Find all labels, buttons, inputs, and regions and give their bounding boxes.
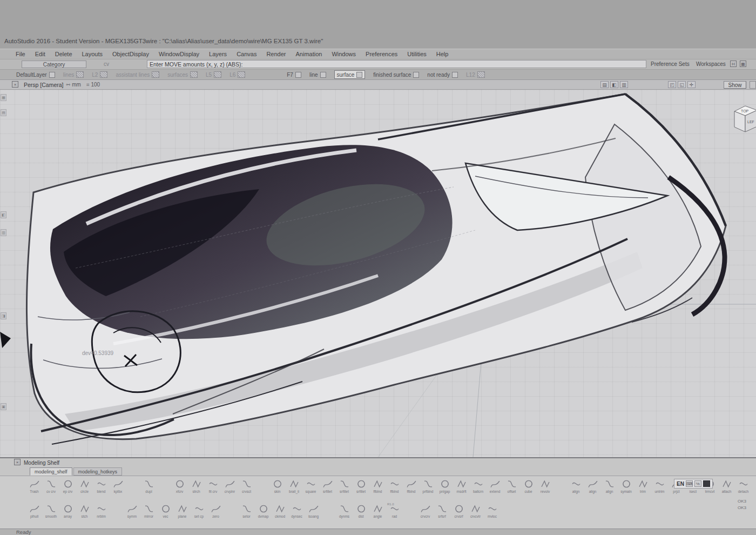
menu-utilities[interactable]: Utilities — [402, 51, 431, 57]
shelf-tool-ffblnd[interactable]: ffblnd — [386, 478, 403, 493]
layer-not-ready[interactable]: not ready — [427, 72, 458, 78]
menu-file[interactable]: File — [11, 51, 30, 57]
left-palette-icon[interactable]: ▤ — [1, 109, 6, 116]
shelf-tab-modeling-shelf[interactable]: modeling_shelf — [30, 467, 72, 476]
layer-hatch-icon[interactable] — [477, 71, 485, 78]
left-palette-icon[interactable]: ▦ — [1, 94, 6, 101]
language-bar[interactable]: EN ⌨ % — [674, 479, 713, 489]
shelf-tool-align[interactable]: align — [584, 478, 601, 493]
menu-edit[interactable]: Edit — [30, 51, 50, 57]
shelf-tool-mirror[interactable]: mirror — [140, 503, 157, 518]
command-prompt-input[interactable] — [147, 60, 646, 68]
shelf-tool-ffblnd[interactable]: ffblnd — [403, 478, 420, 493]
shelf-tool-srfillet[interactable]: srfillet — [319, 478, 336, 493]
viewport-grid-spacing[interactable]: ⌗ 100 — [86, 82, 100, 88]
shelf-tool-align[interactable]: align — [601, 478, 618, 493]
shelf-tool-ffblnd[interactable]: ffblnd — [369, 478, 386, 493]
shelf-tool-trash[interactable]: Trash — [26, 478, 43, 493]
layer-line[interactable]: line — [309, 72, 326, 78]
left-palette-icon[interactable]: ▥ — [1, 229, 6, 236]
layer-l5[interactable]: L5 — [206, 71, 221, 78]
layer-checkbox-icon[interactable] — [356, 72, 362, 78]
ime-mode-icon[interactable]: % — [694, 480, 701, 487]
layer-hatch-icon[interactable] — [152, 71, 159, 78]
shelf-tool-array[interactable]: array — [59, 503, 76, 518]
shelf-tool-crvsct[interactable]: crvsct — [238, 478, 255, 493]
hotkeys-icon[interactable]: H — [730, 61, 737, 67]
shelf-tool-crvsrf[interactable]: crvsrf — [450, 503, 467, 518]
viewport-header-end-icon[interactable] — [750, 81, 756, 89]
shelf-tool-cv-crv[interactable]: cv crv — [43, 478, 59, 493]
shelf-tool-msdrft[interactable]: msdrft — [453, 478, 470, 493]
layer-checkbox-icon[interactable] — [49, 72, 55, 78]
shelf-tool-dist[interactable]: dist — [353, 503, 369, 518]
menu-animation[interactable]: Animation — [291, 51, 327, 57]
shelf-tool-dvmap[interactable]: dvmap — [255, 503, 272, 518]
shelf-tool-trim[interactable]: trim — [634, 478, 651, 493]
layer-checkbox-icon[interactable] — [295, 72, 301, 78]
shelf-tool-stch[interactable]: stch — [76, 503, 93, 518]
menu-render[interactable]: Render — [261, 51, 291, 57]
shelf-tool-circle[interactable]: circle — [76, 478, 93, 493]
shelf-tool-set-cp[interactable]: set cp — [191, 503, 207, 518]
zoom-icon[interactable]: ◰ — [668, 81, 676, 88]
shelf-tool-symaln[interactable]: symaln — [618, 478, 634, 493]
shelf-tool-plhull[interactable]: plhull — [26, 503, 43, 518]
category-button[interactable]: Category — [22, 61, 86, 68]
layer-checkbox-icon[interactable] — [320, 72, 326, 78]
layer-lines[interactable]: lines — [63, 71, 84, 78]
layout-grid-icon[interactable]: ▦ — [740, 61, 746, 67]
shelf-tool-dynsec[interactable]: dynsec — [288, 503, 305, 518]
shelf-tool-revolv[interactable]: revolv — [537, 478, 554, 493]
view-cube[interactable]: TOP LEF — [731, 102, 756, 136]
shelf-tool-detach[interactable]: detach — [735, 478, 752, 493]
camera-icon[interactable]: ▥ — [620, 81, 628, 88]
shelf-tool-pnlgap[interactable]: pnlgap — [436, 478, 453, 493]
shade-mode-icon[interactable]: ◧ — [610, 81, 618, 88]
layer-finished-surface[interactable]: finished surface — [373, 72, 419, 78]
menu-preferences[interactable]: Preferences — [361, 51, 402, 57]
shelf-tool-dynms[interactable]: dynms — [336, 503, 353, 518]
shelf-tool-kptbx[interactable]: kptbx — [110, 478, 126, 493]
shelf-tool-zero[interactable]: zero — [207, 503, 224, 518]
shelf-tool-ckmod[interactable]: ckmod — [272, 503, 288, 518]
shelf-tool-align[interactable]: align — [568, 478, 584, 493]
shelf-tool-plane[interactable]: plane — [174, 503, 191, 518]
shelf-tool-isoang[interactable]: isoang — [305, 503, 322, 518]
menu-windowdisplay[interactable]: WindowDisplay — [154, 51, 204, 57]
viewport-menu-icon[interactable]: × — [12, 81, 18, 88]
shelf-tool-srfillet[interactable]: srfillet — [353, 478, 369, 493]
workspaces-menu[interactable]: Workspaces — [696, 61, 726, 67]
layer-f7[interactable]: F7 — [287, 72, 301, 78]
left-palette-icon[interactable]: ◨ — [1, 312, 6, 319]
shelf-menu-icon[interactable]: × — [14, 459, 21, 465]
menu-delete[interactable]: Delete — [50, 51, 77, 57]
menu-help[interactable]: Help — [431, 51, 454, 57]
layer-hatch-icon[interactable] — [238, 71, 245, 78]
pan-icon[interactable]: ◱ — [678, 81, 686, 88]
layer-assistant-lines[interactable]: assistant lines — [116, 71, 159, 78]
shelf-tool-rad[interactable]: radR1.0 — [386, 503, 403, 518]
layer-hatch-icon[interactable] — [76, 71, 84, 78]
shelf-tool-brail-ii[interactable]: brail_ii — [286, 478, 302, 493]
menu-canvas[interactable]: Canvas — [232, 51, 261, 57]
shelf-tool-strch[interactable]: strch — [188, 478, 205, 493]
shelf-tool-angle[interactable]: angle — [369, 503, 386, 518]
shelf-tool-crvcrv[interactable]: crvcrv — [417, 503, 434, 518]
preference-sets-menu[interactable]: Preference Sets — [651, 61, 690, 67]
shelf-tool-vec[interactable]: vec — [157, 503, 174, 518]
ime-options-icon[interactable] — [703, 480, 710, 487]
shelf-tool-square[interactable]: square — [302, 478, 319, 493]
perspective-viewport[interactable]: dev=0.53939 ▦ ▤ ◧ ▥ ◨ ▣ TOP LEF — [0, 90, 756, 457]
left-palette-icon[interactable]: ▣ — [1, 403, 6, 410]
layer-surfaces[interactable]: surfaces — [167, 71, 198, 78]
shelf-tool-ballcrn[interactable]: ballcrn — [470, 478, 487, 493]
shelf-tool-untrim[interactable]: untrim — [651, 478, 668, 493]
shelf-tool-offset[interactable]: offset — [503, 478, 520, 493]
shelf-tool-crvplnr[interactable]: crvplnr — [221, 478, 238, 493]
shelf-tool-fit-crv[interactable]: fit crv — [205, 478, 221, 493]
shelf-tool-nrbtm[interactable]: nrbtm — [93, 503, 110, 518]
shelf-tool-symm[interactable]: symm — [124, 503, 140, 518]
shelf-tool-setor[interactable]: setor — [238, 503, 255, 518]
layer-l6[interactable]: L6 — [230, 71, 245, 78]
